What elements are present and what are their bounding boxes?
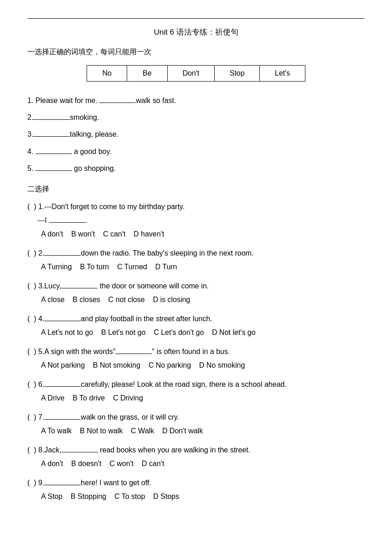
blank2 [33,119,70,120]
mc-q4: ( ) 4.and play football in the street af… [27,313,365,325]
paren1: ( ) [27,200,36,213]
blank5 [36,170,72,171]
top-divider [27,18,365,19]
mc-block-3: ( ) 3.Lucy, the door or someone will com… [27,280,365,306]
mc-a5: A Not parking B Not smoking C No parking… [27,359,365,372]
q4-text: 4. a good boy. [27,148,112,155]
blank1 [99,103,136,103]
mc-block-9: ( ) 9.here! I want to get off. A Stop B … [27,477,365,503]
mc-block-8: ( ) 8.Jack, read books when you are walk… [27,444,365,470]
mc-a9: A Stop B Stopping C To stop D Stops [27,490,365,503]
blank-mc4 [44,321,81,321]
mc-a8: A don't B doesn't C won't D can't [27,457,365,470]
q1: 1. Please wait for me. walk so fast. [27,94,365,107]
mc-a2: A Turning B To turn C Turned D Turn [27,261,365,273]
q3-text: 3.talking, please. [27,130,119,138]
mc-q3: ( ) 3.Lucy, the door or someone will com… [27,280,365,292]
q2: 2.smoking. [27,111,365,123]
mc-block-4: ( ) 4.and play football in the street af… [27,313,365,339]
word-bank-cell: Be [127,66,167,82]
q5: 5. go shopping. [27,162,365,174]
paren6: ( ) [27,378,36,391]
blank-mc5 [115,354,152,354]
mc-q1-sub: ---I . [27,214,365,227]
q2-text: 2.smoking. [27,113,99,121]
mc-q1: ( ) 1.---Don't forget to come to my birt… [27,200,365,213]
paren8: ( ) [27,444,36,457]
blank-mc7 [44,419,81,420]
blank-mc6 [44,386,81,387]
word-bank-table: NoBeDon'tStopLet's [87,65,305,82]
part1-questions: 1. Please wait for me. walk so fast. 2.s… [27,94,365,174]
word-bank-cell: No [87,66,127,82]
word-bank-cell: Let's [260,66,305,82]
mc-q5: ( ) 5.A sign with the words"" is often f… [27,345,365,358]
mc-a4: A Let's not to go B Let's not go C Let's… [27,326,365,339]
word-bank-row: NoBeDon'tStopLet's [87,66,305,82]
mc-block-1: ( ) 1.---Don't forget to come to my birt… [27,200,365,241]
word-bank-cell: Don't [167,66,215,82]
blank-mc9 [44,485,81,485]
blank-mc8 [62,452,98,452]
mc-block-2: ( ) 2.down the radio. The baby's sleepin… [27,247,365,273]
mc-a1: A don't B won't C can't D haven't [27,228,365,241]
blank-mc3 [61,288,98,288]
paren7: ( ) [27,411,36,424]
part2-questions: ( ) 1.---Don't forget to come to my birt… [27,200,365,503]
paren4: ( ) [27,313,36,325]
q4: 4. a good boy. [27,145,365,158]
mc-a3: A close B closes C not close D is closin… [27,293,365,306]
blank3 [33,136,70,137]
mc-a6: A Drive B To drive C Driving [27,392,365,405]
section1-title: 一选择正确的词填空，每词只能用一次 [27,47,365,57]
mc-q2: ( ) 2.down the radio. The baby's sleepin… [27,247,365,260]
blank4 [36,154,72,154]
paren2: ( ) [27,247,36,260]
mc-q9: ( ) 9.here! I want to get off. [27,477,365,489]
mc-q7: ( ) 7.walk on the grass, or it will cry. [27,411,365,424]
blank-mc2 [44,255,81,256]
mc-q8: ( ) 8.Jack, read books when you are walk… [27,444,365,457]
word-bank-cell: Stop [215,66,260,82]
mc-q6: ( ) 6.carefully, please! Look at the roa… [27,378,365,391]
page-title: Unit 6 语法专练：祈使句 [27,27,365,37]
section2-title: 二选择 [27,185,365,194]
paren5: ( ) [27,345,36,358]
blank-mc1 [49,222,85,223]
q1-text: 1. Please wait for me. walk so fast. [27,97,176,104]
mc-block-5: ( ) 5.A sign with the words"" is often f… [27,345,365,372]
mc-a7: A To walk B Not to walk C Walk D Don't w… [27,425,365,437]
q3: 3.talking, please. [27,128,365,140]
mc-block-7: ( ) 7.walk on the grass, or it will cry.… [27,411,365,437]
q5-text: 5. go shopping. [27,164,116,172]
paren9: ( ) [27,477,36,489]
paren3: ( ) [27,280,36,292]
mc-block-6: ( ) 6.carefully, please! Look at the roa… [27,378,365,405]
